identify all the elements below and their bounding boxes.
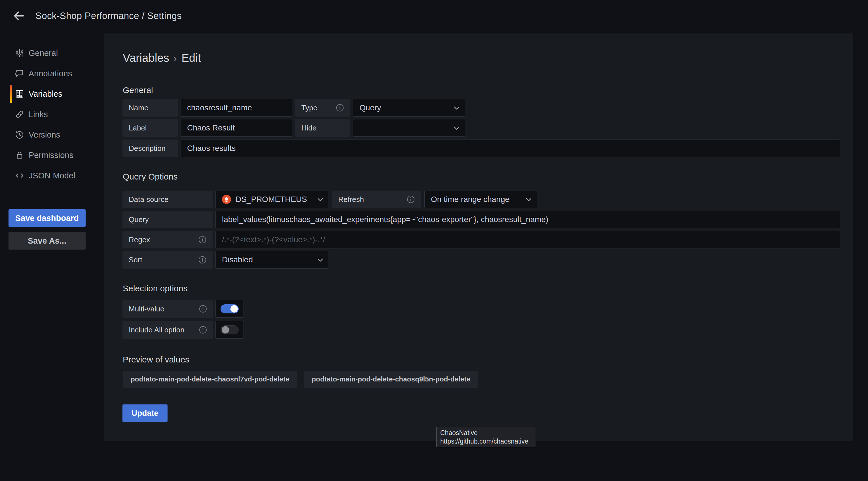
preview-heading: Preview of values: [123, 355, 189, 364]
sidebar-item-label: JSON Model: [29, 171, 75, 180]
code-icon: [15, 171, 24, 180]
sidebar-item-label: Annotations: [29, 69, 72, 78]
save-dashboard-button[interactable]: Save dashboard: [8, 209, 86, 227]
sort-label: Sort: [122, 251, 213, 269]
sidebar-item-label: Links: [29, 110, 48, 119]
query-label: Query: [122, 211, 213, 228]
variables-edit-panel: Variables › Edit General Name chaosresul…: [104, 33, 853, 441]
breadcrumb: Variables › Edit: [123, 52, 201, 64]
tooltip-title: ChaosNative: [440, 428, 532, 437]
back-arrow-icon[interactable]: [11, 9, 26, 23]
breadcrumb-page: Edit: [181, 52, 201, 64]
include-all-label: Include All option: [122, 321, 213, 339]
sidebar-item-variables[interactable]: Variables: [0, 84, 104, 104]
settings-sidebar: General Annotations: [0, 32, 104, 481]
chevron-down-icon: [317, 198, 323, 202]
sidebar-item-label: General: [29, 49, 58, 58]
page-title: Sock-Shop Performance / Settings: [35, 0, 182, 32]
chaosnative-tooltip: ChaosNative https://github.com/chaosnati…: [436, 427, 536, 447]
hide-label: Hide: [295, 119, 350, 137]
comment-icon: [15, 69, 24, 78]
general-heading: General: [123, 85, 153, 95]
sidebar-item-label: Permissions: [29, 151, 73, 160]
save-as-button[interactable]: Save As...: [8, 232, 86, 249]
description-input[interactable]: Chaos results: [181, 140, 840, 157]
name-input[interactable]: chaosresult_name: [181, 99, 292, 117]
include-all-toggle[interactable]: [215, 321, 244, 339]
regex-label: Regex: [122, 231, 213, 248]
info-icon[interactable]: [336, 104, 344, 112]
breadcrumb-separator: ›: [174, 53, 177, 64]
sidebar-item-label: Versions: [29, 130, 60, 140]
chevron-down-icon: [526, 198, 532, 202]
link-icon: [15, 110, 24, 119]
info-icon[interactable]: [199, 326, 207, 334]
calculator-icon: [15, 89, 24, 98]
grafana-settings-page: Sock-Shop Performance / Settings General: [0, 0, 868, 481]
sidebar-item-json-model[interactable]: JSON Model: [0, 166, 104, 186]
multi-value-label: Multi-value: [122, 300, 213, 318]
active-item-indicator: [10, 85, 12, 103]
settings-nav: General Annotations: [0, 43, 104, 186]
data-source-select[interactable]: DS_PROMETHEUS: [215, 190, 329, 208]
preview-value-chip: podtato-main-pod-delete-chaosnl7vd-pod-d…: [123, 371, 297, 388]
type-label: Type: [295, 99, 350, 117]
sidebar-item-versions[interactable]: Versions: [0, 124, 104, 145]
preview-values: podtato-main-pod-delete-chaosnl7vd-pod-d…: [123, 371, 478, 388]
sidebar-item-annotations[interactable]: Annotations: [0, 63, 104, 84]
sidebar-item-general[interactable]: General: [0, 43, 104, 63]
info-icon[interactable]: [407, 196, 415, 203]
name-label: Name: [122, 99, 178, 117]
refresh-label: Refresh: [332, 190, 421, 208]
sliders-icon: [15, 49, 24, 58]
data-source-label: Data source: [122, 190, 213, 208]
info-icon[interactable]: [199, 305, 207, 313]
chevron-down-icon: [454, 106, 460, 110]
selection-options-heading: Selection options: [123, 283, 188, 293]
chevron-down-icon: [454, 126, 460, 130]
breadcrumb-section[interactable]: Variables: [123, 52, 169, 64]
query-options-heading: Query Options: [123, 172, 178, 181]
sort-select[interactable]: Disabled: [215, 251, 329, 269]
sidebar-item-label: Variables: [29, 89, 62, 99]
update-button[interactable]: Update: [122, 404, 167, 422]
history-icon: [15, 130, 24, 139]
sidebar-item-links[interactable]: Links: [0, 104, 104, 124]
prometheus-icon: [222, 195, 231, 204]
top-navbar: Sock-Shop Performance / Settings: [0, 0, 868, 32]
regex-input[interactable]: /.*-(?<text>.*)-(?<value>.*)-.*/: [215, 231, 840, 248]
lock-icon: [15, 151, 24, 160]
refresh-select[interactable]: On time range change: [424, 190, 537, 208]
hide-select[interactable]: [353, 119, 465, 137]
chevron-down-icon: [317, 258, 323, 262]
multi-value-toggle[interactable]: [215, 300, 244, 318]
info-icon[interactable]: [198, 236, 206, 244]
query-input[interactable]: label_values(litmuschaos_awaited_experim…: [215, 211, 840, 228]
label-input[interactable]: Chaos Result: [181, 119, 292, 137]
type-select[interactable]: Query: [353, 99, 465, 117]
preview-value-chip: podtato-main-pod-delete-chaosq9l5n-pod-d…: [304, 371, 478, 388]
description-label: Description: [122, 140, 178, 157]
sidebar-item-permissions[interactable]: Permissions: [0, 145, 104, 166]
label-label: Label: [122, 119, 178, 137]
tooltip-url: https://github.com/chaosnative: [440, 437, 532, 446]
info-icon[interactable]: [198, 256, 206, 264]
